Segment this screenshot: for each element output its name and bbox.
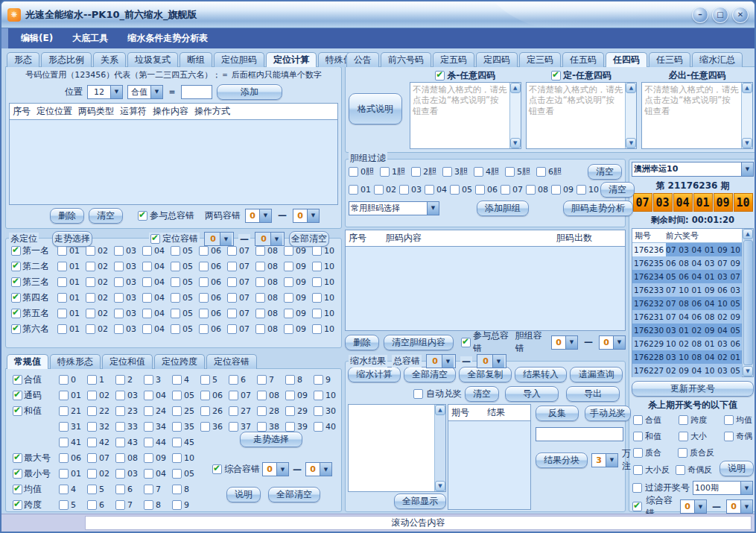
combined-tol-from-dropdown[interactable]: 0 — [262, 462, 289, 476]
combined-tolerance-checkbox[interactable] — [212, 464, 222, 474]
clear-dan-count-button[interactable]: 清空 — [588, 164, 622, 180]
number-checkbox[interactable] — [57, 293, 67, 303]
trend-select-button[interactable]: 走势选择 — [240, 432, 302, 447]
number-checkbox[interactable] — [59, 438, 69, 447]
number-checkbox[interactable] — [86, 309, 95, 318]
export-button[interactable]: 导出 — [566, 386, 620, 402]
number-checkbox[interactable] — [59, 469, 69, 479]
number-checkbox[interactable] — [314, 406, 323, 416]
number-checkbox[interactable] — [284, 309, 293, 318]
two-code-tol-from-dropdown[interactable]: 0 — [245, 209, 272, 223]
number-checkbox[interactable] — [87, 375, 97, 385]
number-checkbox[interactable] — [285, 422, 295, 432]
scroll-up-icon[interactable] — [742, 83, 752, 93]
number-checkbox[interactable] — [144, 485, 153, 494]
number-checkbox[interactable] — [87, 485, 97, 494]
rank-checkbox[interactable] — [11, 324, 21, 334]
history-row[interactable]: 176235 06 08 04 03 07 09 — [632, 256, 742, 270]
number-checkbox[interactable] — [57, 324, 67, 334]
position-tol-from-dropdown[interactable]: 0 — [204, 232, 234, 246]
scroll-down-icon[interactable] — [742, 138, 752, 148]
number-checkbox[interactable] — [171, 277, 180, 287]
clear-button[interactable]: 清空 — [89, 208, 123, 224]
show-all-button[interactable]: 全部显示 — [394, 493, 446, 509]
number-checkbox[interactable] — [115, 485, 125, 494]
number-checkbox[interactable] — [59, 500, 69, 510]
menu-item[interactable]: 大底工具 — [63, 32, 118, 45]
number-checkbox[interactable] — [227, 324, 237, 334]
tab[interactable]: 定位跨度 — [154, 354, 205, 369]
kill-option-checkbox[interactable] — [633, 415, 643, 425]
kill-any4-checkbox[interactable] — [435, 71, 445, 81]
menu-item[interactable]: 编辑(E) — [11, 32, 63, 45]
invert-set-button[interactable]: 反集 — [536, 406, 579, 421]
type-dropdown[interactable]: 合值 — [127, 85, 163, 99]
number-checkbox[interactable] — [284, 324, 293, 334]
number-checkbox[interactable] — [229, 391, 238, 400]
trend-select-button[interactable]: 走势选择 — [52, 231, 92, 247]
join-total-tolerance-checkbox[interactable] — [138, 211, 147, 221]
number-checkbox[interactable] — [87, 422, 97, 432]
number-checkbox[interactable] — [171, 246, 180, 256]
value-input[interactable] — [181, 85, 212, 99]
number-checkbox[interactable] — [172, 422, 182, 432]
tab[interactable]: 定四码 — [476, 52, 518, 67]
dan-number-checkbox[interactable] — [576, 185, 586, 195]
set-any4-checkbox[interactable] — [551, 71, 561, 81]
dan-number-checkbox[interactable] — [551, 185, 561, 195]
number-checkbox[interactable] — [172, 375, 182, 385]
scroll-up-icon[interactable] — [510, 83, 521, 93]
number-checkbox[interactable] — [285, 375, 295, 385]
number-checkbox[interactable] — [255, 293, 265, 303]
tab[interactable]: 任五码 — [562, 52, 604, 67]
number-checkbox[interactable] — [87, 438, 97, 447]
number-checkbox[interactable] — [144, 438, 153, 447]
max-checkbox[interactable] — [13, 453, 22, 463]
mean-checkbox[interactable] — [13, 485, 22, 494]
number-checkbox[interactable] — [87, 453, 97, 463]
number-checkbox[interactable] — [227, 246, 237, 256]
number-checkbox[interactable] — [142, 309, 152, 318]
dan-count-checkbox[interactable] — [380, 167, 390, 177]
number-checkbox[interactable] — [227, 309, 237, 318]
tab[interactable]: 定位和值 — [102, 354, 153, 369]
tab[interactable]: 任四码 — [606, 52, 647, 67]
tab[interactable]: 缩水汇总 — [692, 52, 743, 67]
number-checkbox[interactable] — [86, 293, 95, 303]
kill-option-checkbox[interactable] — [633, 465, 643, 475]
dan-number-checkbox[interactable] — [501, 185, 510, 195]
position-dropdown[interactable]: 12 — [87, 85, 123, 99]
number-checkbox[interactable] — [257, 375, 267, 385]
number-checkbox[interactable] — [87, 391, 97, 400]
number-checkbox[interactable] — [115, 422, 125, 432]
kill-option-checkbox[interactable] — [724, 432, 734, 441]
number-checkbox[interactable] — [255, 324, 265, 334]
delete-button[interactable]: 删除 — [345, 335, 379, 350]
number-checkbox[interactable] — [227, 293, 237, 303]
number-checkbox[interactable] — [142, 324, 152, 334]
result-listbox[interactable] — [348, 404, 446, 492]
number-checkbox[interactable] — [115, 406, 125, 416]
history-row[interactable]: 176229 10 02 08 01 03 06 — [632, 337, 742, 350]
number-checkbox[interactable] — [144, 453, 153, 463]
number-checkbox[interactable] — [115, 469, 125, 479]
number-checkbox[interactable] — [171, 309, 180, 318]
tab[interactable]: 形态比例 — [41, 52, 92, 67]
history-row[interactable]: 176232 07 08 06 04 10 05 — [632, 297, 742, 310]
tab[interactable]: 任三码 — [649, 52, 690, 67]
manual-redeem-button[interactable]: 手动兑奖 — [585, 406, 631, 421]
combined-tol-from-dropdown[interactable]: 0 — [680, 499, 707, 514]
tab[interactable]: 形态 — [7, 52, 39, 67]
history-row[interactable]: 176230 03 01 02 09 04 05 — [632, 324, 742, 337]
history-row[interactable]: 176236 07 03 04 01 09 10 — [632, 243, 742, 256]
dan-count-checkbox[interactable] — [442, 167, 452, 177]
number-checkbox[interactable] — [257, 422, 267, 432]
table-body-empty[interactable] — [10, 120, 337, 204]
scroll-down-icon[interactable] — [626, 138, 636, 148]
clear-button[interactable]: 清空 — [465, 386, 499, 402]
tab[interactable]: 垃圾复式 — [127, 52, 178, 67]
number-checkbox[interactable] — [284, 246, 293, 256]
close-button[interactable] — [732, 7, 749, 23]
history-row[interactable]: 176231 07 04 06 08 02 09 — [632, 310, 742, 324]
number-checkbox[interactable] — [114, 309, 124, 318]
